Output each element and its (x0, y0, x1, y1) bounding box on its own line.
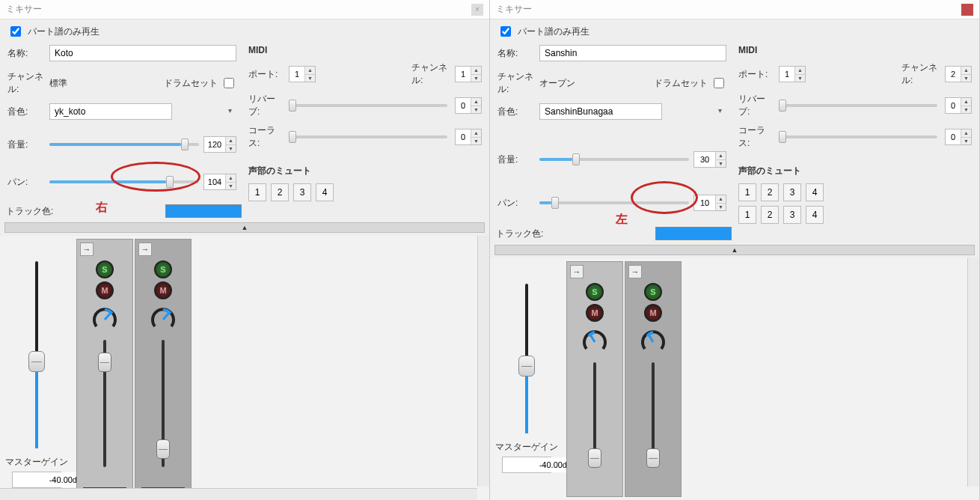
mixer-area: マスターゲイン ▲▼ → S M → S (490, 258, 979, 500)
midi-port-spin[interactable]: ▲▼ (779, 66, 806, 82)
scrollbar-vertical[interactable] (967, 258, 979, 487)
mute-button[interactable]: M (644, 304, 662, 322)
chorus-spin[interactable]: ▲▼ (945, 129, 972, 145)
channel-label: チャンネル: (7, 70, 49, 96)
voice-mute-1[interactable]: 1 (248, 183, 266, 201)
svg-line-1 (163, 313, 169, 320)
spin-down-icon[interactable]: ▼ (226, 183, 236, 190)
channel-value: 標準 (49, 77, 67, 90)
titlebar: ミキサー (490, 0, 979, 19)
spin-up-icon[interactable]: ▲ (226, 137, 236, 145)
pan-knob[interactable] (640, 329, 666, 355)
channel-fader[interactable] (98, 340, 111, 467)
drumset-checkbox[interactable] (714, 78, 724, 88)
solo-button[interactable]: S (644, 283, 662, 301)
channel-fader[interactable] (156, 340, 170, 467)
voice-mute-r1-3[interactable]: 3 (783, 183, 801, 201)
midi-channel-spin[interactable]: ▲▼ (945, 66, 972, 82)
pan-slider[interactable] (539, 196, 689, 210)
reverb-slider[interactable] (289, 99, 447, 112)
volume-slider[interactable] (49, 138, 199, 151)
channel-value: オープン (539, 77, 575, 90)
pan-label: パン: (497, 197, 539, 210)
master-db-spin[interactable]: ▲▼ (502, 457, 551, 473)
voice-mute-r1-1[interactable]: 1 (738, 183, 756, 201)
pan-knob[interactable] (92, 307, 117, 332)
name-label: 名称: (7, 47, 49, 60)
mute-button[interactable]: M (586, 304, 604, 322)
collapse-bar[interactable]: ▲ (4, 222, 485, 233)
annotation-right: 右 (96, 200, 108, 216)
expand-arrow-icon[interactable]: → (570, 265, 584, 278)
spin-down-icon[interactable]: ▼ (226, 145, 236, 153)
scrollbar-vertical[interactable] (477, 236, 489, 487)
svg-line-2 (590, 335, 595, 342)
mute-button[interactable]: M (96, 281, 114, 299)
partplay-checkbox[interactable] (500, 26, 511, 37)
drumset-checkbox[interactable] (224, 78, 234, 88)
volume-spin[interactable]: ▲▼ (203, 136, 236, 153)
volume-spin[interactable]: ▲▼ (693, 151, 726, 168)
voice-mute-r2-1[interactable]: 1 (738, 206, 756, 224)
midi-channel-label: チャンネル: (411, 61, 452, 87)
tone-label: 音色: (7, 106, 49, 118)
voice-mute-r1-2[interactable]: 2 (761, 183, 779, 201)
pan-spin[interactable]: ▲▼ (203, 174, 236, 190)
channel-fader[interactable] (588, 362, 601, 467)
chorus-spin[interactable]: ▲▼ (455, 129, 482, 145)
midi-port-label: ポート: (738, 68, 776, 81)
mute-button[interactable]: M (154, 281, 172, 299)
pan-slider[interactable] (49, 175, 199, 189)
master-db-spin[interactable]: ▲▼ (12, 472, 61, 488)
mixer-panel-left: ミキサー × パート譜のみ再生 名称: チャンネル: 標準 ドラムセット 音色: (0, 0, 490, 500)
close-icon[interactable] (961, 4, 973, 16)
close-icon[interactable]: × (471, 4, 483, 16)
solo-button[interactable]: S (96, 260, 114, 278)
voice-mute-r2-2[interactable]: 2 (761, 206, 779, 224)
expand-arrow-icon[interactable]: → (138, 243, 152, 256)
solo-button[interactable]: S (586, 283, 604, 301)
channel-strip-2: → S M (135, 239, 192, 497)
name-field[interactable] (49, 45, 236, 61)
scrollbar-horizontal[interactable] (0, 488, 477, 500)
voice-mute-2[interactable]: 2 (271, 183, 289, 201)
expand-arrow-icon[interactable]: → (80, 243, 94, 256)
pan-label: パン: (7, 176, 49, 189)
channel-fader[interactable] (646, 362, 660, 467)
expand-arrow-icon[interactable]: → (628, 265, 642, 278)
reverb-slider[interactable] (779, 99, 937, 112)
voice-mute-3[interactable]: 3 (293, 183, 311, 201)
collapse-bar[interactable]: ▲ (494, 245, 975, 255)
chorus-slider[interactable] (289, 130, 447, 144)
voice-mute-r1-4[interactable]: 4 (806, 183, 824, 201)
volume-label: 音量: (497, 153, 539, 166)
pan-knob[interactable] (150, 307, 176, 332)
reverb-spin[interactable]: ▲▼ (455, 97, 482, 114)
partplay-label: パート譜のみ再生 (518, 25, 589, 38)
svg-line-3 (649, 335, 653, 342)
pan-spin[interactable]: ▲▼ (693, 195, 726, 211)
voice-mute-r2-3[interactable]: 3 (783, 206, 801, 224)
trackcolor-swatch[interactable] (655, 227, 732, 240)
master-fader[interactable] (27, 261, 46, 448)
svg-line-0 (105, 313, 111, 320)
name-field[interactable] (539, 45, 726, 61)
midi-port-spin[interactable]: ▲▼ (289, 66, 316, 82)
pan-knob[interactable] (582, 329, 607, 355)
solo-button[interactable]: S (154, 260, 172, 278)
partplay-checkbox[interactable] (10, 26, 21, 37)
tone-combo[interactable] (49, 103, 172, 120)
midi-channel-spin[interactable]: ▲▼ (455, 66, 482, 82)
voice-mute-4[interactable]: 4 (316, 183, 334, 201)
volume-slider[interactable] (539, 153, 689, 166)
midi-title: MIDI (248, 45, 482, 55)
master-fader[interactable] (517, 284, 536, 433)
voice-mute-r2-4[interactable]: 4 (806, 206, 824, 224)
window-title: ミキサー (496, 3, 532, 16)
drumset-label: ドラムセット (654, 77, 708, 90)
chorus-slider[interactable] (779, 130, 937, 144)
tone-combo[interactable] (539, 103, 662, 120)
trackcolor-swatch[interactable] (165, 204, 242, 218)
reverb-spin[interactable]: ▲▼ (945, 97, 972, 114)
spin-up-icon[interactable]: ▲ (226, 174, 236, 183)
